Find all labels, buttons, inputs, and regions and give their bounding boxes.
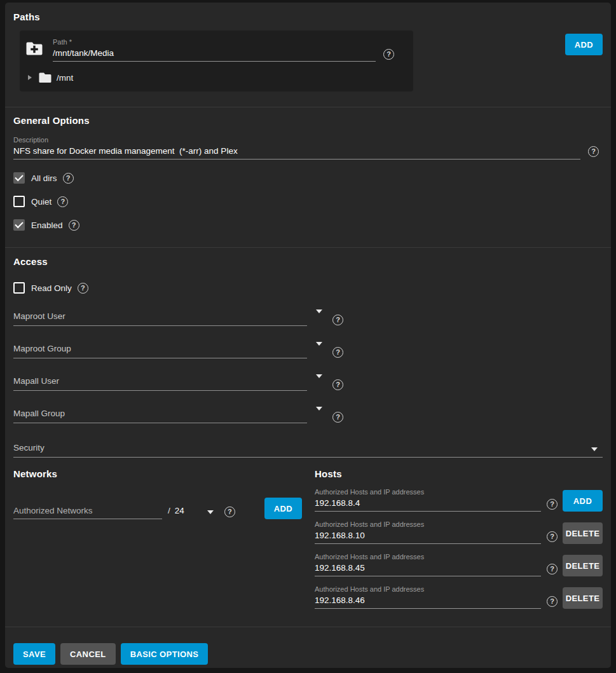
mapall-group-select[interactable]: Mapall Group (13, 407, 307, 423)
host-row: Authorized Hosts and IP addresses ? DELE… (315, 553, 603, 576)
quiet-help-icon[interactable]: ? (57, 196, 68, 207)
enabled-checkbox[interactable] (13, 219, 25, 231)
host-row: Authorized Hosts and IP addresses ? DELE… (315, 585, 603, 609)
host-input-2[interactable] (315, 529, 541, 544)
security-row: Security (13, 442, 603, 458)
general-options-section: General Options Description ? All dirs ?… (5, 107, 611, 247)
host-input-3[interactable] (315, 562, 541, 576)
maproot-user-help-icon[interactable]: ? (332, 315, 343, 325)
general-options-title: General Options (13, 115, 603, 126)
host-input-4[interactable] (315, 594, 541, 609)
path-input[interactable] (53, 47, 376, 62)
host-row: Authorized Hosts and IP addresses ? ADD (315, 488, 603, 512)
networks-hosts-section: Networks / 24 ? ADD Hosts Authorized Hos… (5, 458, 611, 627)
host-field-label: Authorized Hosts and IP addresses (315, 585, 541, 593)
quiet-row: Quiet ? (13, 196, 603, 207)
hosts-column: Hosts Authorized Hosts and IP addresses … (315, 468, 603, 609)
tree-node-label: /mnt (57, 73, 73, 83)
maproot-group-help-icon[interactable]: ? (332, 347, 343, 358)
path-help-icon[interactable]: ? (383, 49, 394, 60)
mapall-user-select[interactable]: Mapall User (13, 375, 307, 391)
quiet-label: Quiet (31, 197, 51, 207)
read-only-checkbox[interactable] (13, 282, 25, 294)
networks-column: Networks / 24 ? ADD (13, 468, 302, 609)
maproot-user-row: Maproot User ? (13, 313, 603, 326)
host-help-icon[interactable]: ? (547, 531, 558, 542)
hosts-add-button[interactable]: ADD (563, 490, 603, 512)
description-label: Description (13, 136, 580, 144)
all-dirs-label: All dirs (31, 173, 57, 183)
caret-down-icon[interactable] (316, 407, 322, 411)
netmask-select[interactable]: 24 (175, 506, 184, 515)
path-field-label: Path * (53, 38, 376, 46)
host-help-icon[interactable]: ? (547, 564, 558, 574)
networks-title: Networks (13, 468, 302, 479)
host-field-label: Authorized Hosts and IP addresses (315, 488, 541, 496)
mapall-user-label: Mapall User (13, 376, 59, 386)
host-input-1[interactable] (315, 497, 541, 512)
mapall-user-row: Mapall User ? (13, 378, 603, 391)
host-delete-button[interactable]: DELETE (563, 555, 603, 576)
host-field-label: Authorized Hosts and IP addresses (315, 520, 541, 528)
chevron-right-icon[interactable] (28, 75, 32, 80)
description-input[interactable] (13, 145, 580, 160)
path-picker-panel: Path * ? /mnt (20, 31, 413, 92)
authorized-networks-row: / 24 ? ADD (13, 498, 302, 519)
authorized-networks-input[interactable] (13, 505, 162, 519)
all-dirs-help-icon[interactable]: ? (63, 173, 74, 184)
caret-down-icon[interactable] (591, 447, 598, 451)
caret-down-icon[interactable] (207, 510, 214, 514)
caret-down-icon[interactable] (316, 374, 322, 378)
mapall-group-help-icon[interactable]: ? (332, 412, 343, 423)
enabled-row: Enabled ? (13, 219, 603, 231)
description-help-icon[interactable]: ? (588, 146, 599, 157)
networks-add-button[interactable]: ADD (264, 498, 302, 519)
security-select[interactable]: Security (13, 442, 603, 458)
host-row: Authorized Hosts and IP addresses ? DELE… (315, 520, 603, 544)
form-footer: SAVE CANCEL BASIC OPTIONS (5, 627, 611, 668)
host-help-icon[interactable]: ? (547, 499, 558, 510)
nfs-share-form-card: Paths Path * ? (5, 3, 611, 668)
all-dirs-checkbox[interactable] (13, 172, 25, 184)
maproot-user-label: Maproot User (13, 311, 65, 321)
netmask-separator: / (168, 506, 170, 515)
enabled-label: Enabled (31, 221, 63, 230)
quiet-checkbox[interactable] (13, 196, 25, 207)
paths-section: Paths Path * ? (5, 3, 611, 107)
read-only-label: Read Only (31, 283, 72, 293)
mapall-group-row: Mapall Group ? (13, 411, 603, 423)
read-only-row: Read Only ? (13, 282, 603, 294)
access-section: Access Read Only ? Maproot User ? Maproo… (5, 248, 611, 458)
host-help-icon[interactable]: ? (547, 596, 558, 607)
host-delete-button[interactable]: DELETE (563, 587, 603, 609)
access-title: Access (13, 256, 603, 267)
paths-add-button[interactable]: ADD (565, 34, 603, 55)
caret-down-icon[interactable] (316, 342, 322, 346)
read-only-help-icon[interactable]: ? (78, 283, 88, 294)
security-label: Security (13, 443, 44, 452)
all-dirs-row: All dirs ? (13, 172, 603, 184)
maproot-group-row: Maproot Group ? (13, 346, 603, 358)
maproot-group-label: Maproot Group (13, 344, 71, 353)
maproot-user-select[interactable]: Maproot User (13, 310, 307, 326)
authorized-networks-help-icon[interactable]: ? (224, 506, 235, 517)
caret-down-icon[interactable] (316, 309, 322, 313)
maproot-group-select[interactable]: Maproot Group (13, 343, 307, 358)
folder-icon (39, 72, 51, 83)
mapall-user-help-icon[interactable]: ? (332, 379, 343, 390)
mapall-group-label: Mapall Group (13, 409, 65, 418)
cancel-button[interactable]: CANCEL (60, 643, 116, 665)
paths-section-title: Paths (13, 11, 603, 22)
basic-options-button[interactable]: BASIC OPTIONS (121, 643, 209, 665)
hosts-title: Hosts (315, 468, 603, 479)
save-button[interactable]: SAVE (13, 643, 55, 665)
host-delete-button[interactable]: DELETE (563, 522, 603, 544)
folder-plus-icon[interactable] (26, 42, 43, 58)
host-field-label: Authorized Hosts and IP addresses (315, 553, 541, 561)
tree-node-mnt[interactable]: /mnt (25, 72, 404, 83)
enabled-help-icon[interactable]: ? (69, 220, 79, 231)
